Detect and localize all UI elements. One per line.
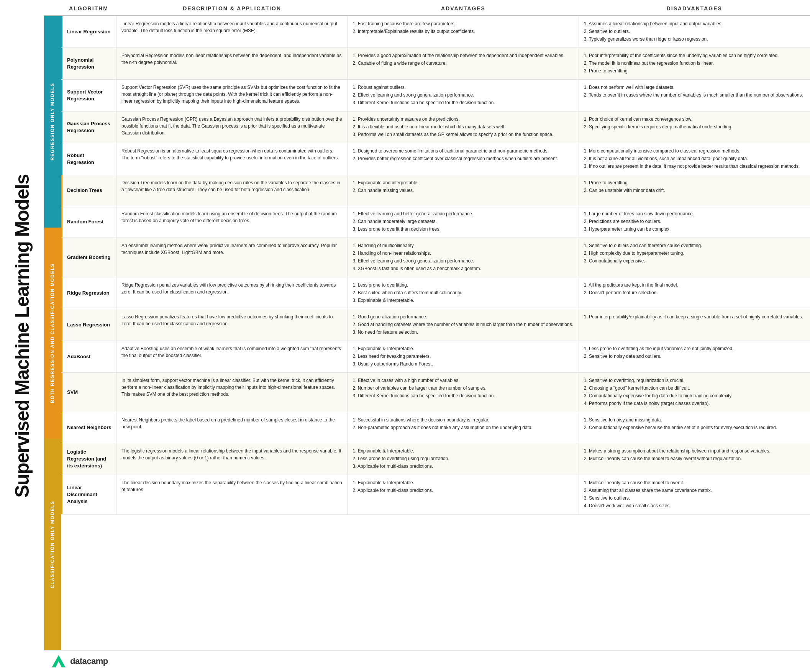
description-cell: In its simplest form, support vector mac… [116,373,348,412]
disadvantages-cell: 1. Poor choice of kernel can make conver… [579,111,810,143]
footer: datacamp [44,650,810,672]
disadvantages-cell: 1. All the predictors are kept in the fi… [579,277,810,309]
table-row: Gradient BoostingAn ensemble learning me… [61,238,810,277]
algo-name-cell: Random Forest [61,206,116,238]
section-label-text-regression: Regression Only Models [47,81,57,162]
advantages-cell: 1. Designed to overcome some limitations… [348,143,579,175]
advantages-cell: 1. Less prone to overfitting.2. Best sui… [348,277,579,309]
disadvantages-cell: 1. Sensitive to noisy and missing data.2… [579,412,810,443]
table-row: Ridge RegressionRidge Regression penaliz… [61,277,810,309]
advantages-cell: 1. Effective in cases with a high number… [348,373,579,412]
section-label-text-classification: Classification Only Models [47,499,57,590]
description-cell: Polynomial Regression models nonlinear r… [116,48,348,79]
algo-name-cell: Lasso Regression [61,309,116,341]
algo-name-cell: Linear Regression [61,16,116,47]
description-cell: Gaussian Process Regression (GPR) uses a… [116,111,348,143]
disadvantages-cell: 1. Multicollinearity can cause the model… [579,475,810,514]
advantages-cell: 1. Provides a good approximation of the … [348,48,579,79]
description-cell: The logistic regression models a linear … [116,443,348,475]
table-row: Linear Discriminant AnalysisThe linear d… [61,475,810,515]
disadvantages-cell: 1. Large number of trees can slow down p… [579,206,810,238]
algo-name-cell: Gradient Boosting [61,238,116,277]
datacamp-logo: datacamp [52,655,108,667]
disadvantages-cell: 1. Does not perform well with large data… [579,80,810,111]
page-wrapper: Supervised Machine Learning Models ALGOR… [0,0,810,672]
algo-name-cell: Polynomial Regression [61,48,116,79]
table-row: Decision TreesDecision Tree models learn… [61,175,810,206]
algo-name-cell: AdaBoost [61,341,116,372]
description-cell: The linear decision boundary maximizes t… [116,475,348,514]
advantages-cell: 1. Explainable & Interpretable.2. Less n… [348,341,579,372]
disadvantages-cell: 1. Poor interpretability/explainability … [579,309,810,341]
algo-name-cell: Ridge Regression [61,277,116,309]
description-cell: Support Vector Regression (SVR) uses the… [116,80,348,111]
advantages-cell: 1. Good generalization performance.2. Go… [348,309,579,341]
table-header: ALGORITHM DESCRIPTION & APPLICATION ADVA… [44,0,810,16]
description-cell: Random Forest classification models lear… [116,206,348,238]
table-row: AdaBoostAdaptive Boosting uses an ensemb… [61,341,810,373]
advantages-cell: 1. Handling of multicollinearity.2. Hand… [348,238,579,277]
disadvantages-cell: 1. More computationally intensive compar… [579,143,810,175]
col-header-disadvantages: DISADVANTAGES [579,5,810,12]
algo-name-cell: Support Vector Regression [61,80,116,111]
table-row: Logistic Regression (and its extensions)… [61,443,810,475]
advantages-cell: 1. Explainable & Interpretable.2. Applic… [348,475,579,514]
description-cell: Adaptive Boosting uses an ensemble of we… [116,341,348,372]
algo-name-cell: Decision Trees [61,175,116,206]
disadvantages-cell: 1. Assumes a linear relationship between… [579,16,810,47]
logo-text: datacamp [70,656,108,666]
table-row: Support Vector RegressionSupport Vector … [61,80,810,111]
col-header-description: DESCRIPTION & APPLICATION [116,5,348,12]
disadvantages-cell: 1. Prone to overfitting.2. Can be unstab… [579,175,810,206]
description-cell: Nearest Neighbors predicts the label bas… [116,412,348,443]
algo-name-cell: Gaussian Process Regression [61,111,116,143]
algo-name-cell: Nearest Neighbors [61,412,116,443]
table-row: SVMIn its simplest form, support vector … [61,373,810,412]
algo-name-cell: Robust Regression [61,143,116,175]
disadvantages-cell: 1. Sensitive to outliers and can therefo… [579,238,810,277]
description-cell: Ridge Regression penalizes variables wit… [116,277,348,309]
col-header-algorithm: ALGORITHM [61,5,116,12]
section-strip-column: Regression Only ModelsBoth Regression an… [44,16,61,650]
algo-name-cell: SVM [61,373,116,412]
table-body: Regression Only ModelsBoth Regression an… [44,16,810,650]
section-label-both: Both Regression and Classification Model… [44,228,61,439]
page-vertical-title: Supervised Machine Learning Models [0,0,44,672]
description-cell: Robust Regression is an alternative to l… [116,143,348,175]
advantages-cell: 1. Provides uncertainty measures on the … [348,111,579,143]
table-row: Linear RegressionLinear Regression model… [61,16,810,48]
section-label-regression: Regression Only Models [44,16,61,228]
algo-name-cell: Logistic Regression (and its extensions) [61,443,116,475]
description-cell: Linear Regression models a linear relati… [116,16,348,47]
advantages-cell: 1. Effective learning and better general… [348,206,579,238]
col-header-advantages: ADVANTAGES [348,5,579,12]
page-title: Supervised Machine Learning Models [11,174,33,498]
table-row: Gaussian Process RegressionGaussian Proc… [61,111,810,143]
advantages-cell: 1. Explainable & Interpretable.2. Less p… [348,443,579,475]
disadvantages-cell: 1. Sensitive to overfitting, regularizat… [579,373,810,412]
advantages-cell: 1. Successful in situations where the de… [348,412,579,443]
section-label-text-both: Both Regression and Classification Model… [47,262,57,405]
advantages-cell: 1. Robust against outliers.2. Effective … [348,80,579,111]
section-label-classification: Classification Only Models [44,439,61,650]
right-area: ALGORITHM DESCRIPTION & APPLICATION ADVA… [44,0,810,672]
disadvantages-cell: 1. Poor interpretability of the coeffici… [579,48,810,79]
table-row: Random ForestRandom Forest classificatio… [61,206,810,238]
table-data-column: Linear RegressionLinear Regression model… [61,16,810,650]
advantages-cell: 1. Explainable and interpretable.2. Can … [348,175,579,206]
description-cell: Lasso Regression penalizes features that… [116,309,348,341]
description-cell: An ensemble learning method where weak p… [116,238,348,277]
algo-name-cell: Linear Discriminant Analysis [61,475,116,514]
table-row: Polynomial RegressionPolynomial Regressi… [61,48,810,80]
table-row: Nearest NeighborsNearest Neighbors predi… [61,412,810,443]
description-cell: Decision Tree models learn on the data b… [116,175,348,206]
table-row: Lasso RegressionLasso Regression penaliz… [61,309,810,341]
advantages-cell: 1. Fast training because there are few p… [348,16,579,47]
disadvantages-cell: 1. Makes a strong assumption about the r… [579,443,810,475]
table-row: Robust RegressionRobust Regression is an… [61,143,810,175]
disadvantages-cell: 1. Less prone to overfitting as the inpu… [579,341,810,372]
